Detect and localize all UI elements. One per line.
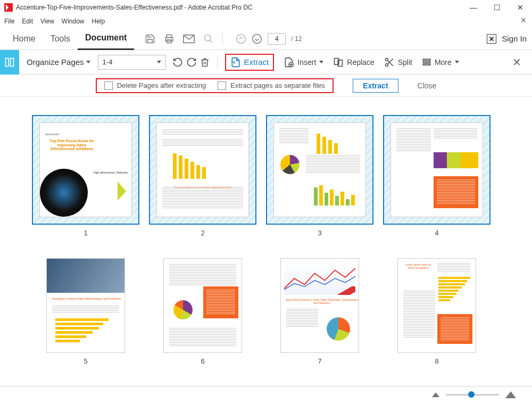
page-thumb-7[interactable]: Apply More Science to Sales Talent Acqui… (266, 258, 373, 365)
svg-line-5 (210, 40, 213, 43)
page-thumbnails-area: accenture Top-Five Focus Areas for Impro… (0, 99, 532, 386)
page-up-icon[interactable] (236, 34, 246, 44)
replace-button[interactable]: Replace (333, 57, 374, 68)
page-total: / 12 (291, 35, 302, 43)
titlebar: Accenture-Top-Five-Improvements-Sales-Ef… (0, 0, 532, 15)
tab-tools[interactable]: Tools (43, 28, 78, 50)
save-icon[interactable] (145, 34, 155, 44)
insert-button[interactable]: Insert (284, 57, 323, 68)
primary-toolbar: Home Tools Document 4 / 12 Sign In (0, 28, 532, 50)
page-thumb-4[interactable]: 4 (383, 115, 491, 237)
rotate-cw-button[interactable] (186, 57, 197, 68)
checkbox-delete-after[interactable]: Delete Pages after extracting (104, 81, 206, 90)
extract-button[interactable]: Extract (225, 54, 275, 71)
sign-in-link[interactable]: Sign In (502, 34, 527, 43)
delete-button[interactable] (200, 57, 210, 68)
page-thumb-8[interactable]: Lorem ipsum dolor sit amet consectetur 8 (383, 258, 491, 365)
zoom-out-icon[interactable] (432, 392, 439, 397)
organize-pages-dropdown[interactable]: Organize Pages (27, 57, 90, 67)
chevron-down-icon (319, 61, 323, 63)
chevron-down-icon (455, 61, 459, 63)
close-window-button[interactable]: ✕ (509, 0, 532, 15)
window-title: Accenture-Top-Five-Improvements-Sales-Ef… (16, 4, 253, 11)
organize-toolbar: Organize Pages 1-4 Extract Insert Replac… (0, 50, 532, 75)
search-icon[interactable] (203, 34, 214, 44)
tab-home[interactable]: Home (5, 28, 43, 50)
zoom-bar (0, 386, 532, 403)
split-button[interactable]: Split (384, 57, 412, 68)
chevron-down-icon (157, 61, 161, 63)
svg-point-7 (253, 34, 262, 43)
extract-confirm-button[interactable]: Extract (353, 79, 398, 93)
zoom-slider[interactable] (446, 394, 499, 396)
svg-rect-21 (423, 64, 430, 65)
page-thumb-2[interactable]: Lorem ipsum dolor sit amet consectetur a… (149, 115, 256, 237)
minimize-button[interactable]: — (462, 0, 485, 15)
extract-close-link[interactable]: Close (418, 81, 437, 90)
page-range-input[interactable]: 1-4 (98, 55, 166, 70)
page-thumb-1[interactable]: accenture Top-Five Focus Areas for Impro… (32, 115, 139, 237)
tools-panel-icon[interactable] (487, 34, 496, 44)
mail-icon[interactable] (183, 34, 195, 44)
tab-document[interactable]: Document (78, 28, 134, 50)
page-thumb-5[interactable]: Strengthen Immature Sales Methodologies … (32, 258, 139, 365)
svg-point-6 (237, 34, 246, 43)
zoom-in-icon[interactable] (505, 391, 516, 398)
maximize-button[interactable]: ☐ (485, 0, 509, 15)
doc-close-icon[interactable]: ✕ (520, 16, 527, 24)
current-page-input[interactable]: 4 (268, 33, 286, 45)
page-down-icon[interactable] (252, 34, 262, 44)
svg-rect-9 (11, 58, 14, 66)
svg-point-16 (385, 63, 388, 66)
organize-pages-tool-icon[interactable] (0, 50, 19, 75)
svg-point-15 (385, 58, 388, 61)
menu-help[interactable]: Help (92, 18, 105, 25)
menu-edit[interactable]: Edit (22, 18, 33, 25)
menu-file[interactable]: File (4, 18, 14, 25)
acrobat-app-icon (4, 3, 13, 12)
rotate-ccw-button[interactable] (172, 57, 183, 68)
svg-rect-8 (6, 58, 9, 66)
checkbox-separate-files[interactable]: Extract pages as separate files (218, 81, 325, 90)
page-thumb-6[interactable]: 6 (149, 258, 256, 365)
menubar: File Edit View Window Help ✕ (0, 15, 532, 28)
extract-options-bar: Delete Pages after extracting Extract pa… (0, 75, 532, 97)
svg-rect-20 (423, 61, 430, 62)
print-icon[interactable] (164, 34, 174, 44)
svg-point-4 (205, 35, 211, 41)
chevron-down-icon (86, 61, 90, 63)
page-thumb-3[interactable]: 3 (266, 115, 373, 237)
more-button[interactable]: More (422, 57, 459, 67)
svg-rect-19 (423, 59, 430, 60)
menu-view[interactable]: View (40, 18, 54, 25)
extract-options-highlight: Delete Pages after extracting Extract pa… (96, 78, 334, 93)
menu-window[interactable]: Window (62, 18, 85, 25)
close-tool-button[interactable]: ✕ (508, 56, 526, 69)
